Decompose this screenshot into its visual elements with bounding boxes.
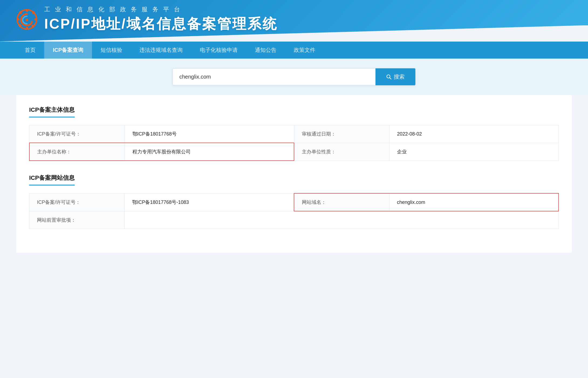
table-row: ICP备案/许可证号： 鄂ICP备18017768号 审核通过日期： 2022-… (29, 125, 559, 143)
search-area: 搜索 (0, 59, 588, 95)
label-domain: 网站域名： (294, 193, 389, 211)
header-subtitle: 工 业 和 信 息 化 部 政 务 服 务 平 台 (44, 5, 278, 14)
main-content: ICP备案主体信息 ICP备案/许可证号： 鄂ICP备18017768号 审核通… (16, 95, 572, 253)
svg-rect-6 (31, 25, 35, 28)
nav-electronic-apply[interactable]: 电子化核验申请 (191, 42, 246, 59)
search-button[interactable]: 搜索 (375, 68, 415, 85)
table-row-highlight: 主办单位名称： 程力专用汽车股份有限公司 主办单位性质： 企业 (29, 143, 559, 161)
page-header: 工 业 和 信 息 化 部 政 务 服 务 平 台 ICP/IP地址/域名信息备… (0, 0, 588, 42)
label-org-name: 主办单位名称： (29, 143, 125, 161)
nav-illegal-domain[interactable]: 违法违规域名查询 (131, 42, 191, 59)
section2-title: ICP备案网站信息 (29, 174, 75, 185)
label-icp-cert-1: ICP备案/许可证号： (29, 125, 125, 143)
svg-rect-4 (35, 18, 37, 21)
nav-icp-query[interactable]: ICP备案查询 (44, 42, 92, 59)
header-title: ICP/IP地址/域名信息备案管理系统 (44, 15, 278, 33)
svg-line-11 (390, 77, 391, 79)
value-org-name: 程力专用汽车股份有限公司 (125, 143, 294, 161)
label-org-type: 主办单位性质： (294, 143, 389, 161)
section-icp-website: ICP备案网站信息 ICP备案/许可证号： 鄂ICP备18017768号-108… (29, 174, 559, 229)
section-icp-subject: ICP备案主体信息 ICP备案/许可证号： 鄂ICP备18017768号 审核通… (29, 106, 559, 161)
value-icp-cert-1: 鄂ICP备18017768号 (125, 125, 294, 143)
svg-point-9 (26, 19, 28, 21)
label-pre-approval: 网站前置审批项： (29, 211, 125, 229)
nav-home[interactable]: 首页 (16, 42, 44, 59)
nav-policy[interactable]: 政策文件 (285, 42, 324, 59)
search-input[interactable] (173, 68, 375, 85)
value-icp-cert-2: 鄂ICP备18017768号-1083 (125, 193, 294, 211)
search-container: 搜索 (173, 68, 415, 85)
logo-icon (16, 9, 38, 30)
value-domain: chenglix.com (389, 193, 559, 211)
nav-sms-verify[interactable]: 短信核验 (92, 42, 131, 59)
table-row: 网站前置审批项： (29, 211, 559, 229)
svg-rect-3 (17, 18, 19, 21)
value-pre-approval (125, 211, 559, 229)
subject-info-table: ICP备案/许可证号： 鄂ICP备18017768号 审核通过日期： 2022-… (29, 125, 559, 161)
main-nav: 首页 ICP备案查询 短信核验 违法违规域名查询 电子化核验申请 通知公告 政策… (0, 42, 588, 59)
value-org-type: 企业 (389, 143, 559, 161)
table-row: ICP备案/许可证号： 鄂ICP备18017768号-1083 网站域名： ch… (29, 193, 559, 211)
section1-title: ICP备案主体信息 (29, 106, 75, 117)
nav-notice[interactable]: 通知公告 (246, 42, 285, 59)
website-info-table: ICP备案/许可证号： 鄂ICP备18017768号-1083 网站域名： ch… (29, 193, 559, 229)
svg-rect-2 (26, 27, 28, 30)
value-approve-date: 2022-08-02 (389, 125, 559, 143)
label-approve-date: 审核通过日期： (294, 125, 389, 143)
search-icon (386, 74, 392, 80)
label-icp-cert-2: ICP备案/许可证号： (29, 193, 125, 211)
svg-rect-1 (26, 9, 28, 12)
